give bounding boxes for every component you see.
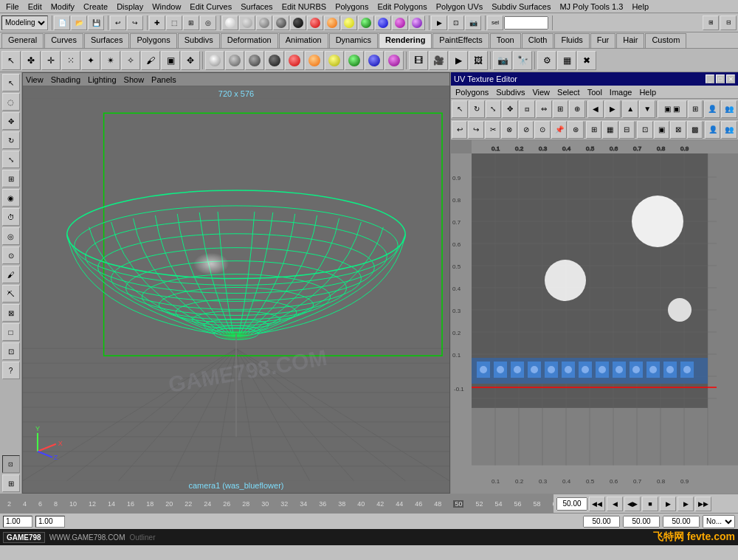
tl-play-fwd[interactable]: ▶ [660, 497, 676, 511]
icon-points[interactable]: ⁙ [61, 51, 80, 70]
icon-square[interactable]: ▣ [161, 51, 180, 70]
tab-curves[interactable]: Curves [44, 33, 83, 48]
tab-animation[interactable]: Animation [279, 33, 328, 48]
tb-undo[interactable]: ↩ [110, 15, 126, 30]
tab-rendering[interactable]: Rendering [379, 33, 432, 48]
tool-rotate[interactable]: ↻ [2, 131, 20, 149]
uv-ico-undo[interactable]: ↩ [452, 121, 467, 139]
uv-ico-flip[interactable]: ⇔ [536, 100, 552, 118]
tab-toon[interactable]: Toon [490, 33, 521, 48]
menu-polygons[interactable]: Polygons [331, 2, 373, 11]
tool-square[interactable]: □ [2, 323, 20, 341]
uv-ico-scale[interactable]: ⤡ [486, 100, 502, 118]
tb-color-red[interactable] [307, 15, 323, 30]
uv-ico-grid3[interactable]: ⊞ [586, 121, 601, 139]
uv-menu-image[interactable]: Image [607, 88, 635, 97]
uv-close-btn[interactable]: ✕ [726, 75, 735, 83]
tab-general[interactable]: General [1, 33, 44, 48]
uv-menu-tool[interactable]: Tool [584, 88, 605, 97]
uv-ico-sew[interactable]: ⊗ [501, 121, 517, 139]
uv-ico-norm[interactable]: ⊡ [637, 121, 652, 139]
menu-surfaces[interactable]: Surfaces [236, 2, 277, 11]
icon-camera2[interactable]: 🔭 [513, 51, 532, 70]
tb-cam[interactable]: 📷 [465, 15, 481, 30]
tl-next-frame[interactable]: ▶ [677, 497, 694, 511]
tool-paint[interactable]: 🖌 [2, 266, 20, 283]
tb-color-lgray[interactable] [239, 15, 255, 30]
tb-open[interactable]: 📂 [71, 15, 87, 30]
icon-sparkle[interactable]: ✴ [101, 51, 120, 70]
tab-polygons[interactable]: Polygons [130, 33, 176, 48]
uv-ico-grid1[interactable]: ▣ ▣ [658, 100, 687, 118]
tool-select[interactable]: ↖ [2, 74, 20, 91]
icon-wrench[interactable]: ⚙ [537, 51, 556, 70]
uv-ico-layout[interactable]: ⊙ [534, 121, 550, 139]
tb-color-dgray[interactable] [273, 15, 289, 30]
tool-snap2[interactable]: ⊙ [2, 246, 20, 264]
icon-manip[interactable]: ✖ [577, 51, 596, 70]
uv-ico-cut[interactable]: ✂ [485, 121, 500, 139]
uv-ico-person[interactable]: 👤 [704, 100, 720, 118]
tb-save[interactable]: 💾 [88, 15, 104, 30]
menu-create[interactable]: Create [79, 2, 112, 11]
vp-menu-lighting[interactable]: Lighting [88, 75, 117, 84]
time-input1[interactable] [583, 516, 620, 528]
uv-ico-redo[interactable]: ↪ [468, 121, 483, 139]
icon-select-lasso[interactable]: ✤ [21, 51, 41, 70]
vp-menu-shading[interactable]: Shading [51, 75, 80, 84]
menu-mj-poly[interactable]: MJ Poly Tools 1.3 [555, 2, 627, 11]
tb-render[interactable]: ▶ [431, 15, 447, 30]
menu-window[interactable]: Window [148, 2, 185, 11]
uv-menu-view[interactable]: View [529, 88, 553, 97]
uv-ico-arrow-left[interactable]: ◀ [587, 100, 604, 118]
vp-menu-panels[interactable]: Panels [151, 75, 176, 84]
tab-hair[interactable]: Hair [616, 33, 644, 48]
uv-menu-polygons[interactable]: Polygons [452, 88, 492, 97]
uv-ico-norm3[interactable]: ⊠ [670, 121, 686, 139]
tl-prev-key[interactable]: ◀◀ [589, 497, 605, 511]
tb-redo[interactable]: ↪ [127, 15, 143, 30]
tb-color-violet[interactable] [409, 15, 425, 30]
icon-img[interactable]: 🖼 [469, 51, 488, 70]
tl-stop[interactable]: ■ [642, 497, 658, 511]
tool-move[interactable]: ✥ [2, 112, 20, 130]
icon-sphere5[interactable] [285, 51, 304, 70]
tb-right1[interactable]: ⊞ [703, 15, 719, 30]
icon-brush[interactable]: 🖌 [141, 51, 160, 70]
menu-file[interactable]: File [1, 2, 24, 11]
icon-film[interactable]: 🎞 [409, 51, 428, 70]
uv-ico-person2[interactable]: 👥 [721, 100, 737, 118]
uv-ico-grid2[interactable]: ⊞ [688, 100, 703, 118]
uv-menu-help[interactable]: Help [636, 88, 659, 97]
uv-ico-person4[interactable]: 👥 [721, 121, 737, 139]
uv-ico-transform[interactable]: ✥ [502, 100, 518, 118]
tool-sculpt[interactable]: ⛏ [2, 285, 20, 303]
tool-soft-sel[interactable]: ◉ [2, 189, 20, 207]
uv-maximize-btn[interactable]: □ [716, 75, 725, 83]
uv-ico-rotate[interactable]: ↻ [469, 100, 485, 118]
tab-surfaces[interactable]: Surfaces [84, 33, 129, 48]
uv-ico-unpin[interactable]: ⊛ [568, 121, 583, 139]
menu-edit-nurbs[interactable]: Edit NURBS [277, 2, 331, 11]
vp-menu-show[interactable]: Show [124, 75, 145, 84]
menu-polygon-uvs[interactable]: Polygon UVs [432, 2, 488, 11]
icon-star2[interactable]: ✧ [121, 51, 140, 70]
tb-color-green[interactable] [358, 15, 374, 30]
tb-color-gray[interactable] [256, 15, 272, 30]
uv-ico-unfold[interactable]: ⊘ [518, 121, 534, 139]
uv-menu-subdivs[interactable]: Subdivs [493, 88, 528, 97]
icon-sphere6[interactable] [305, 51, 324, 70]
uv-ico-norm4[interactable]: ▩ [687, 121, 703, 139]
tl-next-key[interactable]: ▶▶ [695, 497, 711, 511]
tool-question[interactable]: ? [2, 362, 20, 379]
uv-ico-person3[interactable]: 👤 [705, 121, 720, 139]
tl-play-back[interactable]: ◀▶ [624, 497, 641, 511]
menu-subdiv-surfaces[interactable]: Subdiv Surfaces [487, 2, 555, 11]
tl-prev-frame[interactable]: ◀ [607, 497, 623, 511]
tb-color-orange[interactable] [324, 15, 340, 30]
tab-fur[interactable]: Fur [590, 33, 616, 48]
sel-input[interactable] [504, 16, 548, 30]
menu-modify[interactable]: Modify [46, 2, 79, 11]
icon-sphere7[interactable] [325, 51, 344, 70]
tool-extra[interactable]: ⊡ [2, 342, 20, 360]
